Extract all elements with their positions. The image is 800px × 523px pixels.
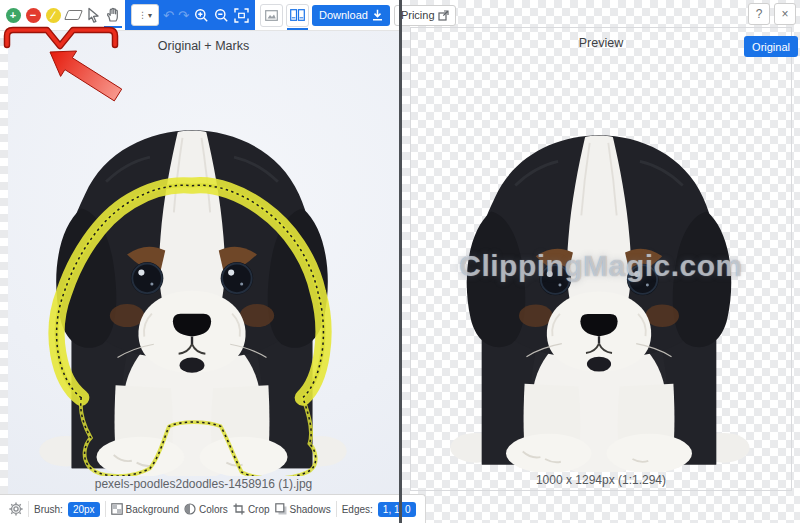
download-button[interactable]: Download bbox=[312, 5, 390, 26]
external-link-icon bbox=[438, 10, 449, 21]
eraser-tool-button[interactable] bbox=[63, 1, 83, 29]
background-button[interactable]: Background bbox=[111, 503, 179, 515]
edges-label: Edges: bbox=[342, 504, 373, 515]
pricing-button[interactable]: Pricing bbox=[394, 5, 456, 26]
view-mode-group bbox=[260, 4, 309, 27]
colors-icon bbox=[184, 503, 196, 515]
window-controls: ? × bbox=[748, 3, 796, 25]
gear-icon[interactable] bbox=[9, 502, 23, 516]
eraser-icon bbox=[63, 10, 82, 20]
zoom-fit-button[interactable] bbox=[233, 5, 249, 25]
remove-mark-tool-button[interactable]: − bbox=[23, 1, 43, 29]
right-panel-title: Preview bbox=[402, 36, 800, 50]
image-dimensions-text: 1000 x 1294px (1:1.294) bbox=[402, 473, 800, 487]
fit-screen-icon bbox=[234, 8, 249, 23]
shadows-icon bbox=[275, 503, 287, 515]
hair-mark-tool-button[interactable]: ∕ bbox=[43, 1, 63, 29]
colors-button[interactable]: Colors bbox=[184, 503, 228, 515]
add-mark-tool-button[interactable]: + bbox=[3, 1, 23, 29]
crop-button-label: Crop bbox=[248, 504, 270, 515]
pan-tool-button[interactable] bbox=[103, 1, 123, 29]
single-view-icon bbox=[265, 10, 278, 21]
undo-icon[interactable]: ↶ bbox=[163, 8, 174, 23]
scalpel-tool-button[interactable] bbox=[83, 1, 103, 29]
marked-puppy-image[interactable] bbox=[36, 94, 348, 476]
chevron-down-icon: ▾ bbox=[148, 11, 152, 20]
zoom-out-button[interactable] bbox=[213, 5, 229, 25]
panel-divider[interactable] bbox=[399, 0, 402, 523]
zoom-level-dropdown[interactable]: ⋮ ▾ bbox=[131, 4, 159, 26]
split-view-button[interactable] bbox=[286, 4, 309, 27]
colors-button-label: Colors bbox=[199, 504, 228, 515]
crop-icon bbox=[233, 503, 245, 515]
bottom-toolbar: Brush: 20px Background Colors bbox=[0, 494, 426, 523]
redo-icon[interactable]: ↷ bbox=[178, 8, 189, 23]
clipping-magic-editor: + − ∕ bbox=[0, 0, 800, 523]
zoom-in-icon bbox=[194, 8, 209, 23]
hand-icon bbox=[105, 7, 121, 23]
crop-button[interactable]: Crop bbox=[233, 503, 270, 515]
pricing-button-label: Pricing bbox=[401, 9, 435, 21]
mark-tools-group: + − ∕ bbox=[0, 1, 123, 29]
original-image-area[interactable]: Original + Marks pexels-poodles2doodles-… bbox=[8, 30, 399, 497]
background-icon bbox=[111, 503, 123, 515]
plus-circle-icon: + bbox=[6, 8, 21, 23]
original-toggle-button[interactable]: Original bbox=[744, 36, 798, 57]
help-button[interactable]: ? bbox=[748, 3, 770, 25]
toolbar-separator bbox=[28, 501, 29, 517]
editor-panel: + − ∕ bbox=[0, 0, 399, 523]
split-view-icon bbox=[290, 9, 305, 21]
brush-size-badge[interactable]: 20px bbox=[68, 502, 100, 517]
left-canvas[interactable]: Original + Marks pexels-poodles2doodles-… bbox=[0, 30, 399, 523]
zoom-out-icon bbox=[214, 8, 229, 23]
toolbar-separator bbox=[105, 501, 106, 517]
background-button-label: Background bbox=[126, 504, 179, 515]
preview-puppy-image[interactable] bbox=[438, 100, 760, 472]
image-filename: pexels-poodles2doodles-1458916 (1).jpg bbox=[8, 477, 399, 491]
download-icon bbox=[372, 9, 383, 21]
zoom-toolbar: ⋮ ▾ ↶ ↷ bbox=[125, 0, 255, 30]
minus-circle-icon: − bbox=[26, 8, 41, 23]
preview-panel: Preview Original ? × ClippingMagic.com 1… bbox=[402, 0, 800, 523]
shadows-button[interactable]: Shadows bbox=[275, 503, 331, 515]
brush-label: Brush: bbox=[34, 504, 63, 515]
top-toolbar: + − ∕ bbox=[0, 0, 399, 31]
download-button-label: Download bbox=[319, 9, 368, 21]
hair-brush-icon: ∕ bbox=[46, 8, 61, 23]
edges-value-badge[interactable]: 1, 1, 0 bbox=[378, 502, 416, 517]
cursor-arrow-icon bbox=[86, 7, 101, 23]
toolbar-separator bbox=[336, 501, 337, 517]
zoom-in-button[interactable] bbox=[193, 5, 209, 25]
single-view-button[interactable] bbox=[260, 4, 283, 27]
close-button[interactable]: × bbox=[774, 3, 796, 25]
shadows-button-label: Shadows bbox=[290, 504, 331, 515]
left-panel-title: Original + Marks bbox=[8, 39, 399, 53]
zoom-dropdown-dots: ⋮ bbox=[138, 10, 147, 20]
